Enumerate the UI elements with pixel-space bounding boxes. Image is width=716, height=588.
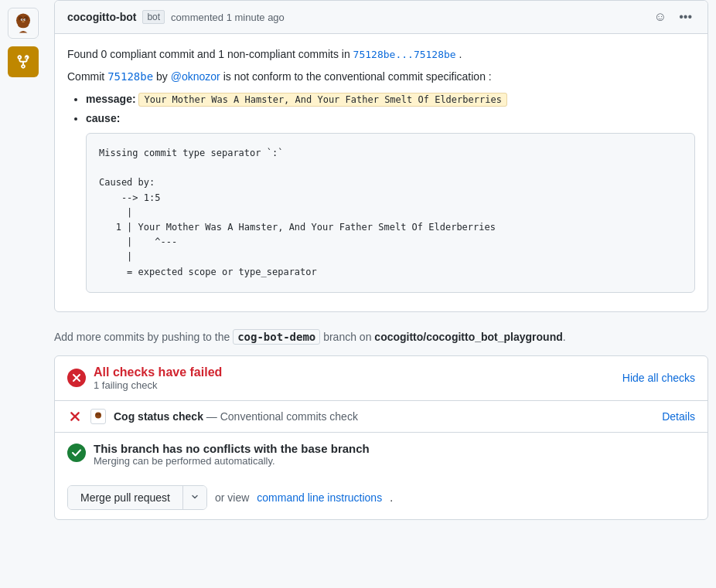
branch-name: cog-bot-demo [233,329,320,345]
git-merge-icon [15,54,31,70]
page-wrapper: cocogitto-bot bot commented 1 minute ago… [0,0,716,588]
branch-no-conflict-subtitle: Merging can be performed automatically. [94,455,370,467]
branch-no-conflict-title: This branch has no conflicts with the ba… [94,442,370,455]
x-small-icon [70,411,80,422]
checks-header: All checks have failed 1 failing check H… [55,356,707,401]
cause-item: cause: Missing commit type separator `:`… [86,110,695,293]
bot-name: cocogitto-bot [67,11,136,23]
merge-pull-request-button[interactable]: Merge pull request [68,486,183,509]
push-notice: Add more commits by pushing to the cog-b… [54,325,708,355]
commit-range-link[interactable]: 75128be...75128be [353,49,456,60]
commit-info-list: message: Your Mother Was A Hamster, And … [67,91,695,293]
command-line-link[interactable]: command line instructions [257,491,382,504]
hide-all-checks-link[interactable]: Hide all checks [622,372,695,384]
comment-header: cocogitto-bot bot commented 1 minute ago… [55,1,707,34]
comment-card: cocogitto-bot bot commented 1 minute ago… [54,0,708,312]
x-icon [72,373,81,382]
branch-success-text: This branch has no conflicts with the ba… [94,442,370,467]
svg-point-8 [25,19,26,20]
svg-point-12 [98,413,100,415]
chevron-down-icon [191,493,199,501]
svg-point-9 [22,21,25,22]
main-content: cocogitto-bot bot commented 1 minute ago… [46,0,716,520]
commit-hash-link[interactable]: 75128be [107,70,153,83]
check-name: Cog status check — Conventional commits … [114,410,358,423]
avatar [8,8,39,39]
sidebar [0,0,46,588]
message-label: message: [86,93,136,105]
svg-point-7 [22,19,22,20]
cog-app-icon [92,410,104,423]
comment-header-left: cocogitto-bot bot commented 1 minute ago [67,10,285,24]
comment-time: commented 1 minute ago [171,12,285,23]
comment-body: Found 0 compliant commit and 1 non-compl… [55,34,707,311]
merge-or-text: or view [215,491,249,504]
merge-section: Merge pull request or view command line … [55,476,707,519]
svg-point-10 [95,412,101,418]
merge-dropdown-button[interactable] [183,486,206,509]
check-app-avatar [90,409,106,424]
repo-link[interactable]: cocogitto/cocogitto_bot_playground [374,331,562,343]
checkmark-icon [71,447,82,458]
emoji-reaction-button[interactable]: ☺ [651,8,670,25]
git-branch-icon-button[interactable] [8,46,39,77]
check-row: Cog status check — Conventional commits … [55,401,707,433]
error-code-block: Missing commit type separator `:` Caused… [86,133,695,293]
check-details-link[interactable]: Details [662,410,695,423]
cause-label: cause: [86,112,120,124]
checks-header-left: All checks have failed 1 failing check [67,365,222,391]
checks-section: All checks have failed 1 failing check H… [54,355,708,520]
checks-header-info: All checks have failed 1 failing check [94,365,222,391]
branch-success-row: This branch has no conflicts with the ba… [55,433,707,476]
fail-icon [67,369,86,387]
check-fail-icon [67,409,83,424]
commit-message-value: Your Mother Was A Hamster, And Your Fath… [138,93,506,107]
svg-point-11 [96,413,97,415]
merge-button-group: Merge pull request [67,485,207,510]
message-item: message: Your Mother Was A Hamster, And … [86,91,695,107]
user-mention-link[interactable]: @oknozor [171,70,220,83]
commit-detail-line: Commit 75128be by @oknozor is not confor… [67,69,695,85]
more-options-button[interactable]: ••• [676,8,695,25]
comment-header-actions: ☺ ••• [651,8,695,25]
success-icon [67,444,86,462]
bot-badge: bot [142,10,165,24]
checks-subtitle: 1 failing check [94,379,222,391]
commit-summary-line: Found 0 compliant commit and 1 non-compl… [67,46,695,63]
checks-title: All checks have failed [94,365,222,379]
